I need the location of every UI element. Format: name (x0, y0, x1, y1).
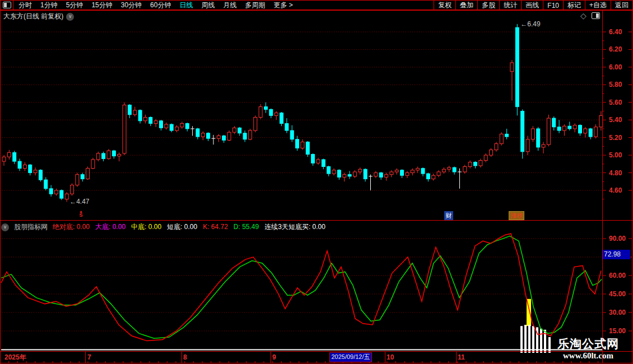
menu-item-30min[interactable]: 30分钟 (121, 1, 142, 10)
menu-item-more[interactable]: 更多 > (273, 1, 292, 10)
watermark-cn: 乐淘公式网 (552, 337, 625, 351)
period-menu: 分时 1分钟 5分钟 15分钟 30分钟 60分钟 日线 周线 月线 多周期 更… (18, 1, 293, 10)
menu-item-add-watchlist[interactable]: +自选 (585, 1, 611, 10)
indicator-axis-label: 90.00 (609, 235, 626, 242)
menu-item-weekly[interactable]: 周线 (201, 1, 215, 10)
menu-item-60min[interactable]: 60分钟 (150, 1, 171, 10)
month-label: 8 (183, 353, 187, 361)
indicator-field-1: 大底: 0.00 (95, 223, 125, 231)
tools-menu: 复权 叠加 多股 统计 画线 F10 标记 +自选 返回 (434, 1, 632, 10)
price-axis-label: 6.20 (609, 45, 622, 53)
svg-text:←6.49: ←6.49 (520, 20, 541, 28)
layout-toggle-button[interactable] (1, 1, 13, 10)
indicator-header: ∨ 股朋指标网 绝对底: 0.00大底: 0.00中底: 0.00短底: 0.0… (1, 222, 331, 232)
price-axis-label: 4.80 (609, 169, 622, 177)
menu-item-statistics[interactable]: 统计 (499, 1, 521, 10)
menu-item-5min[interactable]: 5分钟 (66, 1, 83, 10)
menu-item-f10[interactable]: F10 (543, 1, 563, 10)
price-axis-label: 5.20 (609, 134, 622, 142)
month-label: 10 (387, 353, 394, 361)
year-label: 2025年 (4, 353, 26, 361)
menu-item-monthly[interactable]: 月线 (223, 1, 236, 10)
month-label: 11 (458, 353, 465, 361)
menu-item-15min[interactable]: 15分钟 (91, 1, 112, 10)
indicator-field-5: D: 55.49 (234, 223, 259, 231)
watermark: 乐淘公式网 www.60lt.com (552, 337, 625, 361)
menu-item-mark[interactable]: 标记 (563, 1, 585, 10)
indicator-field-0: 绝对底: 0.00 (53, 223, 90, 231)
menu-item-daily[interactable]: 日线 (179, 1, 193, 10)
price-axis-label: 5.00 (609, 151, 622, 159)
panel-right-icon[interactable] (592, 12, 600, 19)
chevron-down-icon[interactable]: ∨ (66, 13, 74, 21)
indicator-axis-label: 60.00 (609, 272, 626, 279)
zhangbang-badge[interactable]: 涨榜 (509, 211, 524, 220)
chart-title-row: 大东方(日线 前复权) ∨ (3, 12, 74, 21)
price-axis-label: 6.00 (609, 63, 622, 71)
buy-signal-marker: ▲ S (79, 209, 83, 217)
menu-item-fuquan[interactable]: 复权 (434, 1, 455, 10)
watermark-url: www.60lt.com (552, 351, 625, 361)
price-axis-label: 5.60 (609, 99, 622, 106)
month-label: 7 (87, 353, 91, 361)
top-menu-bar: 分时 1分钟 5分钟 15分钟 30分钟 60分钟 日线 周线 月线 多周期 更… (0, 0, 633, 10)
menu-item-back[interactable]: 返回 (611, 1, 632, 10)
signal-letter: S (79, 212, 82, 218)
indicator-axis-label: 30.00 (609, 309, 626, 316)
selected-date-box: 2025/09/12/五 (329, 352, 372, 362)
indicator-field-2: 中底: 0.00 (131, 223, 161, 231)
price-axis-label: 6.40 (609, 28, 622, 36)
menu-item-1min[interactable]: 1分钟 (40, 1, 58, 10)
price-axis-label: 5.40 (609, 116, 622, 124)
indicator-field-4: K: 64.72 (203, 223, 228, 231)
price-axis-label: 5.80 (609, 81, 622, 88)
menu-item-fenshi[interactable]: 分时 (18, 1, 32, 10)
menu-item-draw-line[interactable]: 画线 (521, 1, 543, 10)
indicator-fields: 绝对底: 0.00大底: 0.00中底: 0.00短底: 0.00K: 64.7… (53, 222, 331, 232)
price-axis-label: 4.60 (609, 186, 622, 194)
indicator-chevron-down-icon[interactable]: ∨ (1, 223, 9, 231)
indicator-name: 股朋指标网 (14, 222, 48, 232)
indicator-axis-label: 15.00 (609, 327, 626, 335)
menu-item-multi-stock[interactable]: 多股 (477, 1, 499, 10)
month-label: 9 (272, 353, 276, 361)
panel-left-icon (3, 2, 11, 8)
indicator-value-marker: 72.98 (603, 250, 630, 259)
title-right-icons: ◇ (580, 12, 600, 20)
cai-news-badge[interactable]: 财 (444, 211, 453, 220)
svg-text:←4.47: ←4.47 (69, 198, 90, 206)
chart-title: 大东方(日线 前复权) (3, 12, 63, 21)
chart-canvas[interactable]: ←6.49←4.476.406.206.005.805.605.405.205.… (0, 0, 633, 364)
indicator-field-6: 连续3天短底买: 0.00 (264, 223, 325, 231)
menu-item-overlay[interactable]: 叠加 (455, 1, 477, 10)
indicator-field-3: 短底: 0.00 (167, 223, 197, 231)
indicator-axis-label: 45.00 (609, 290, 626, 298)
diamond-icon[interactable]: ◇ (580, 12, 587, 20)
menu-item-multi-period[interactable]: 多周期 (245, 1, 265, 10)
trading-app-window: ←6.49←4.476.406.206.005.805.605.405.205.… (0, 0, 633, 364)
